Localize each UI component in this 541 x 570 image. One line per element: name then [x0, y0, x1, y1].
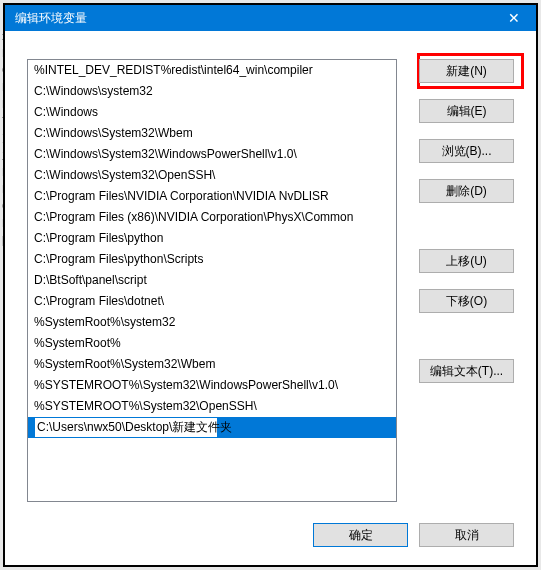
path-edit-input[interactable]: C:\Users\nwx50\Desktop\新建文件夹 — [34, 417, 218, 438]
path-item[interactable]: %SystemRoot% — [28, 333, 396, 354]
path-item[interactable]: C:\Windows\system32 — [28, 81, 396, 102]
path-edit-value: C:\Users\nwx50\Desktop\新建文件夹 — [35, 418, 234, 437]
path-item[interactable]: C:\Program Files\NVIDIA Corporation\NVID… — [28, 186, 396, 207]
moveup-button[interactable]: 上移(U) — [419, 249, 514, 273]
path-item[interactable]: C:\Windows\System32\Wbem — [28, 123, 396, 144]
path-item[interactable]: C:\Windows\System32\WindowsPowerShell\v1… — [28, 144, 396, 165]
path-item-selected[interactable]: C:\Users\nwx50\Desktop\新建文件夹 — [28, 417, 396, 438]
path-item[interactable]: %SYSTEMROOT%\System32\WindowsPowerShell\… — [28, 375, 396, 396]
path-item[interactable]: %INTEL_DEV_REDIST%redist\intel64_win\com… — [28, 60, 396, 81]
path-listbox[interactable]: %INTEL_DEV_REDIST%redist\intel64_win\com… — [27, 59, 397, 502]
cancel-button[interactable]: 取消 — [419, 523, 514, 547]
movedown-button[interactable]: 下移(O) — [419, 289, 514, 313]
bottom-button-row: 确定 取消 — [313, 523, 514, 547]
path-item[interactable]: %SystemRoot%\System32\Wbem — [28, 354, 396, 375]
path-item[interactable]: D:\BtSoft\panel\script — [28, 270, 396, 291]
delete-button[interactable]: 删除(D) — [419, 179, 514, 203]
path-item[interactable]: C:\Program Files\python — [28, 228, 396, 249]
path-item[interactable]: C:\Program Files\python\Scripts — [28, 249, 396, 270]
titlebar: 编辑环境变量 ✕ — [5, 5, 536, 31]
edit-button[interactable]: 编辑(E) — [419, 99, 514, 123]
dialog-window: 编辑环境变量 ✕ %INTEL_DEV_REDIST%redist\intel6… — [3, 3, 538, 567]
dialog-body: %INTEL_DEV_REDIST%redist\intel64_win\com… — [5, 31, 536, 565]
path-item[interactable]: %SYSTEMROOT%\System32\OpenSSH\ — [28, 396, 396, 417]
path-item[interactable]: C:\Program Files (x86)\NVIDIA Corporatio… — [28, 207, 396, 228]
path-item[interactable]: %SystemRoot%\system32 — [28, 312, 396, 333]
edittext-button[interactable]: 编辑文本(T)... — [419, 359, 514, 383]
close-icon: ✕ — [508, 10, 520, 26]
window-title: 编辑环境变量 — [15, 10, 87, 27]
ok-button[interactable]: 确定 — [313, 523, 408, 547]
close-button[interactable]: ✕ — [491, 5, 536, 31]
browse-button[interactable]: 浏览(B)... — [419, 139, 514, 163]
path-item[interactable]: C:\Windows\System32\OpenSSH\ — [28, 165, 396, 186]
path-item[interactable]: C:\Program Files\dotnet\ — [28, 291, 396, 312]
new-button[interactable]: 新建(N) — [419, 59, 514, 83]
path-item[interactable]: C:\Windows — [28, 102, 396, 123]
